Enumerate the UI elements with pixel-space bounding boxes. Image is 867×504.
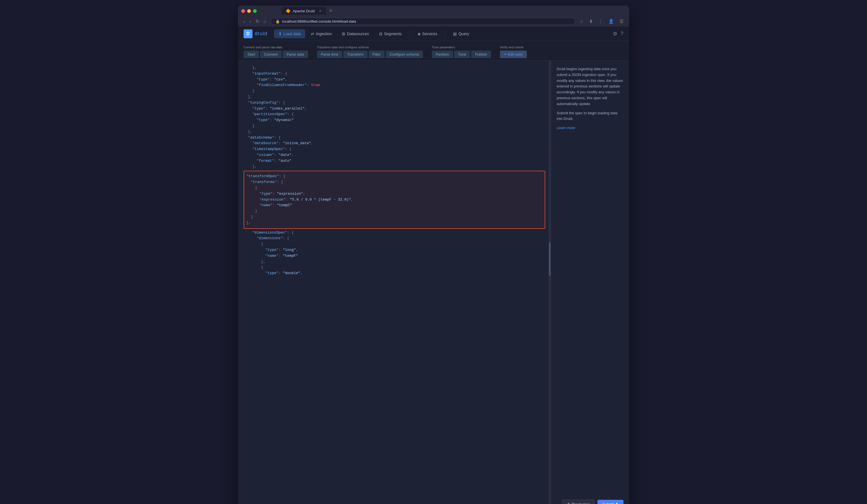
nav-buttons: ‹ › ↻ ⌂: [243, 18, 267, 24]
reload-button[interactable]: ↻: [255, 18, 260, 24]
load-data-icon: ⬆: [278, 32, 282, 36]
new-tab-button[interactable]: +: [327, 7, 335, 15]
main-nav: ⬆ Load data ⇄ Ingestion ⊞ Datasources ⊟ …: [274, 29, 474, 38]
tab-transform[interactable]: Transform: [343, 51, 367, 58]
bookmark-button[interactable]: ☆: [578, 18, 585, 24]
panel-actions: ↺ Reset spec Submit ⬆: [557, 500, 623, 504]
home-button[interactable]: ⌂: [263, 18, 268, 24]
steps-groups: Connect and parse raw data Start Connect…: [244, 45, 623, 58]
code-line: "type": "expression",: [246, 191, 543, 197]
reset-spec-button[interactable]: ↺ Reset spec: [562, 500, 595, 504]
tab-publish[interactable]: Publish: [471, 51, 491, 58]
code-line: },: [244, 65, 545, 71]
browser-tab[interactable]: 🔶 Apache Druid ✕: [281, 7, 326, 15]
submit-icon: ⬆: [616, 502, 618, 504]
step-tabs-tune: Partition Tune Publish: [432, 51, 491, 58]
tab-tune[interactable]: Tune: [454, 51, 470, 58]
code-line: }: [244, 123, 545, 129]
step-group-label-connect: Connect and parse raw data: [244, 45, 308, 49]
tab-filter[interactable]: Filter: [369, 51, 385, 58]
code-line: "timestampSpec": {: [244, 147, 545, 152]
code-line: "name": "tempC": [246, 203, 543, 208]
code-line: },: [246, 220, 543, 226]
panel-desc-text-2: Submit the spec to begin loading data in…: [557, 110, 623, 122]
right-panel: Druid begins ingesting data once you sub…: [551, 61, 629, 504]
close-button[interactable]: [241, 9, 245, 13]
druid-logo-icon: D: [244, 29, 253, 38]
tab-parse-time[interactable]: Parse time: [317, 51, 342, 58]
tab-configure-schema[interactable]: Configure schema: [386, 51, 423, 58]
panel-description: Druid begins ingesting data once you sub…: [557, 66, 623, 494]
code-line: }: [246, 208, 543, 214]
main-content: }, "inputFormat": { "type": "csv", "find…: [238, 61, 629, 504]
tab-start[interactable]: Start: [244, 51, 259, 58]
scrollbar-track[interactable]: [548, 61, 551, 504]
extensions-button[interactable]: ⋮: [597, 18, 604, 24]
nav-label-services: Services: [422, 32, 437, 36]
code-editor[interactable]: }, "inputFormat": { "type": "csv", "find…: [238, 61, 551, 504]
step-group-verify: Verify and submit ✏ Edit spec: [500, 45, 527, 58]
nav-item-datasources[interactable]: ⊞ Datasources: [338, 29, 373, 38]
tab-edit-spec[interactable]: ✏ Edit spec: [500, 51, 527, 58]
datasources-icon: ⊞: [342, 32, 345, 36]
code-line: "type": "double",: [244, 270, 545, 276]
tab-parse-data[interactable]: Parse data: [283, 51, 308, 58]
learn-more-link[interactable]: Learn more: [557, 126, 575, 130]
step-group-tune: Tune parameters Partition Tune Publish: [432, 45, 491, 58]
step-group-label-tune: Tune parameters: [432, 45, 491, 49]
submit-label: Submit: [602, 502, 614, 504]
minimize-button[interactable]: [247, 9, 251, 13]
menu-button[interactable]: ☰: [618, 18, 624, 24]
forward-button[interactable]: ›: [248, 18, 252, 24]
nav-divider-2: [445, 31, 445, 37]
maximize-button[interactable]: [253, 9, 257, 13]
help-button[interactable]: ?: [621, 31, 623, 37]
step-group-label-transform: Transform data and configure schema: [317, 45, 423, 49]
code-line: "type": "csv",: [244, 77, 545, 83]
code-line: "type": "long",: [244, 247, 545, 253]
traffic-lights: [241, 9, 257, 13]
nav-label-query: Query: [458, 32, 469, 36]
nav-item-segments[interactable]: ⊟ Segments: [375, 29, 406, 38]
profile-button[interactable]: 👤: [607, 18, 615, 24]
code-line: },: [244, 129, 545, 135]
nav-item-services[interactable]: ◈ Services: [413, 29, 442, 38]
nav-label-segments: Segments: [384, 32, 402, 36]
code-line: "type": "dynamic": [244, 117, 545, 123]
code-line: {: [244, 265, 545, 270]
query-icon: ▤: [453, 32, 457, 36]
panel-desc-text-1: Druid begins ingesting data once you sub…: [557, 66, 623, 107]
nav-item-ingestion[interactable]: ⇄ Ingestion: [307, 29, 336, 38]
download-button[interactable]: ⬇: [588, 18, 594, 24]
nav-label-ingestion: Ingestion: [316, 32, 332, 36]
top-nav: D druid ⬆ Load data ⇄ Ingestion ⊞ Dataso…: [238, 26, 629, 41]
code-line: {: [246, 185, 543, 191]
address-bar-icons: ☆ ⬇ ⋮ 👤 ☰: [578, 18, 624, 24]
settings-button[interactable]: ⚙: [613, 31, 617, 37]
scrollbar-thumb[interactable]: [549, 242, 550, 276]
address-bar: ‹ › ↻ ⌂ 🔒 localhost:8888/unified-console…: [238, 16, 629, 26]
code-line: "dimensionsSpec": {: [244, 230, 545, 236]
code-line: "tuningConfig": {: [244, 100, 545, 106]
back-button[interactable]: ‹: [243, 18, 246, 24]
submit-button[interactable]: Submit ⬆: [598, 500, 623, 504]
tab-close-button[interactable]: ✕: [319, 9, 321, 13]
code-line: "inputFormat": {: [244, 71, 545, 77]
tab-partition[interactable]: Partition: [432, 51, 453, 58]
step-group-label-verify: Verify and submit: [500, 45, 527, 49]
nav-item-load-data[interactable]: ⬆ Load data: [274, 29, 305, 38]
code-line: "transforms": [: [246, 179, 543, 185]
tab-connect[interactable]: Connect: [260, 51, 281, 58]
url-bar[interactable]: 🔒 localhost:8888/unified-console.html#lo…: [271, 18, 575, 25]
tab-title: Apache Druid: [293, 9, 315, 13]
code-line: "type": "index_parallel",: [244, 106, 545, 112]
code-line: "dimensions": [: [244, 236, 545, 242]
app-container: D druid ⬆ Load data ⇄ Ingestion ⊞ Dataso…: [238, 26, 629, 504]
steps-bar: Connect and parse raw data Start Connect…: [238, 41, 629, 61]
url-text: localhost:8888/unified-console.html#load…: [282, 19, 356, 23]
reset-icon: ↺: [567, 502, 570, 504]
titlebar: 🔶 Apache Druid ✕ +: [238, 6, 629, 16]
nav-item-query[interactable]: ▤ Query: [449, 29, 473, 38]
logo-area: D druid: [244, 29, 267, 38]
nav-divider: [409, 31, 410, 37]
